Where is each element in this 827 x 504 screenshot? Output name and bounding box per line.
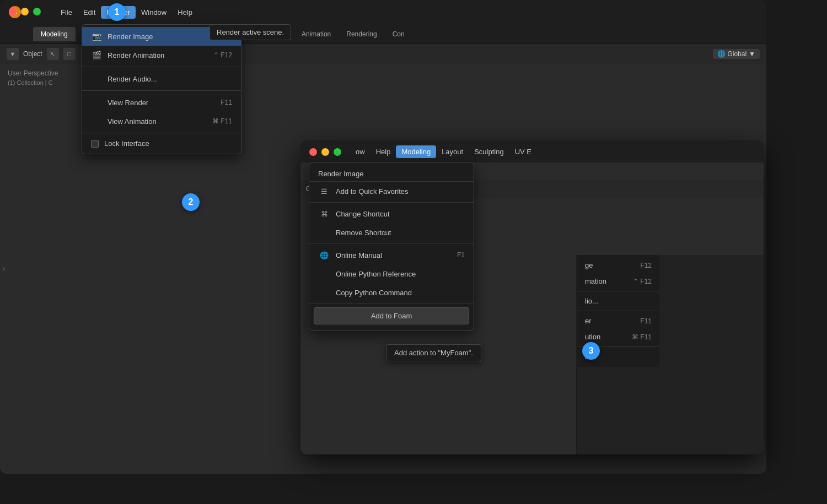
left-panel-arrow[interactable]: ›: [0, 262, 7, 276]
behind-mation: mation ⌃ F12: [577, 273, 659, 289]
view-animation-item[interactable]: View Animation ⌘ F11: [82, 112, 241, 131]
second-close-button[interactable]: [309, 148, 317, 156]
view-animation-shortcut: ⌘ F11: [212, 117, 232, 125]
render-animation-label: Render Animation: [108, 51, 164, 59]
render-animation-item[interactable]: 🎬 Render Animation ⌃ F12: [82, 46, 241, 64]
maximize-button[interactable]: [33, 8, 41, 15]
global-dropdown-icon: ▼: [749, 50, 755, 58]
render-animation-shortcut: ⌃ F12: [213, 51, 232, 59]
foam-tooltip-text: Add action to "MyFoam".: [394, 349, 473, 357]
tab-modeling[interactable]: Modeling: [33, 27, 76, 41]
behind-er-shortcut: F11: [640, 317, 652, 325]
copy-python-cmd-item[interactable]: Copy Python Command: [309, 283, 474, 302]
badge-1-number: 1: [115, 7, 120, 17]
menu-file[interactable]: File: [55, 6, 78, 19]
collection-label: (1) Collection | C: [8, 79, 53, 86]
add-to-foam-button[interactable]: Add to Foam: [314, 307, 469, 324]
second-maximize-button[interactable]: [334, 148, 341, 156]
ctx-sep1: [309, 202, 474, 203]
tab-rendering[interactable]: Rendering: [339, 27, 384, 41]
separator-1: [82, 67, 241, 67]
copy-python-cmd-icon: [318, 287, 330, 298]
change-shortcut-icon: ⌘: [318, 208, 330, 219]
menu-help[interactable]: Help: [172, 6, 198, 19]
second-menu-layout[interactable]: Layout: [436, 145, 469, 158]
online-python-ref-label: Online Python Reference: [336, 270, 416, 278]
second-traffic-lights: [300, 140, 350, 164]
object-mode-label[interactable]: Object: [23, 50, 42, 58]
second-menu-modeling[interactable]: Modeling: [396, 145, 436, 158]
separator-3: [82, 133, 241, 133]
behind-er-label: er: [585, 317, 592, 325]
render-tooltip-text: Render active scene.: [217, 28, 284, 36]
online-python-ref-icon: [318, 268, 330, 279]
online-manual-item[interactable]: 🌐 Online Manual F1: [309, 246, 474, 264]
lock-interface-checkbox[interactable]: [91, 140, 99, 148]
badge-3-number: 3: [589, 346, 594, 356]
second-window: ow Help Modeling Layout Sculpting UV E O…: [300, 140, 764, 454]
render-audio-item[interactable]: Render Audio...: [82, 69, 241, 88]
lock-interface-item[interactable]: Lock Interface: [82, 136, 241, 151]
render-audio-label: Render Audio...: [108, 75, 157, 83]
remove-shortcut-icon: [318, 227, 330, 238]
second-menubar: ow Help Modeling Layout Sculpting UV E: [300, 140, 764, 162]
render-image-label: Render Image: [108, 32, 153, 41]
context-menu-title: Render Image: [309, 165, 474, 182]
quick-favorites-icon: ☰: [318, 186, 330, 197]
change-shortcut-item[interactable]: ⌘ Change Shortcut: [309, 204, 474, 223]
render-dropdown-menu: 📷 Render Image F12 🎬 Render Animation ⌃ …: [82, 24, 241, 154]
remove-shortcut-item[interactable]: Remove Shortcut: [309, 223, 474, 242]
perspective-label: User Perspective: [8, 69, 58, 77]
behind-mation-shortcut: ⌃ F12: [633, 278, 652, 285]
behind-ution-label: ution: [585, 333, 600, 341]
second-minimize-button[interactable]: [321, 148, 329, 156]
context-menu: Render Image ☰ Add to Quick Favorites ⌘ …: [309, 162, 474, 330]
behind-sep2: [577, 311, 659, 311]
menu-edit[interactable]: Edit: [78, 6, 101, 19]
second-menu-ow[interactable]: ow: [350, 145, 370, 158]
add-to-quick-favorites-label: Add to Quick Favorites: [336, 187, 409, 196]
menu-window[interactable]: Window: [136, 6, 172, 19]
ctx-sep2: [309, 243, 474, 244]
online-manual-icon: 🌐: [318, 250, 330, 261]
view-animation-label: View Animation: [108, 117, 157, 126]
box-select-icon[interactable]: □: [63, 48, 76, 60]
render-image-icon: 📷: [91, 31, 102, 42]
view-render-item[interactable]: View Render F11: [82, 93, 241, 112]
tab-con[interactable]: Con: [385, 27, 412, 41]
select-tool-icon[interactable]: ↖: [47, 48, 59, 60]
minimize-button[interactable]: [21, 8, 29, 15]
online-manual-label: Online Manual: [336, 251, 382, 259]
second-menu-sculpting[interactable]: Sculpting: [469, 145, 509, 158]
badge-1: 1: [108, 3, 126, 21]
remove-shortcut-label: Remove Shortcut: [336, 229, 391, 237]
badge-2: 2: [182, 193, 200, 211]
view-render-shortcut: F11: [221, 99, 232, 106]
behind-lio-label: lio...: [585, 297, 598, 305]
behind-ution-shortcut: ⌘ F11: [632, 333, 652, 341]
change-shortcut-label: Change Shortcut: [336, 210, 390, 218]
behind-mation-label: mation: [585, 277, 606, 285]
behind-er: er F11: [577, 313, 659, 329]
online-python-ref-item[interactable]: Online Python Reference: [309, 264, 474, 283]
global-label: 🌐 Global: [717, 50, 747, 58]
view-render-icon: [91, 97, 102, 108]
badge-3: 3: [582, 342, 600, 360]
add-to-quick-favorites-item[interactable]: ☰ Add to Quick Favorites: [309, 182, 474, 200]
behind-lio: lio...: [577, 293, 659, 309]
render-animation-icon: 🎬: [91, 50, 102, 61]
close-button[interactable]: [9, 8, 17, 15]
lock-interface-label: Lock Interface: [104, 139, 149, 148]
online-manual-shortcut: F1: [457, 251, 465, 259]
global-selector[interactable]: 🌐 Global ▼: [713, 49, 760, 59]
ctx-sep3: [309, 304, 474, 304]
copy-python-cmd-label: Copy Python Command: [336, 289, 412, 297]
tab-animation[interactable]: Animation: [294, 27, 339, 41]
second-menu-help[interactable]: Help: [370, 145, 396, 158]
traffic-lights: [0, 0, 50, 23]
render-image-tooltip: Render active scene.: [210, 24, 291, 40]
mode-selector-icon[interactable]: ▼: [7, 48, 19, 60]
behind-sep1: [577, 291, 659, 291]
behind-ge: ge F12: [577, 257, 659, 273]
second-menu-uve[interactable]: UV E: [509, 145, 537, 158]
